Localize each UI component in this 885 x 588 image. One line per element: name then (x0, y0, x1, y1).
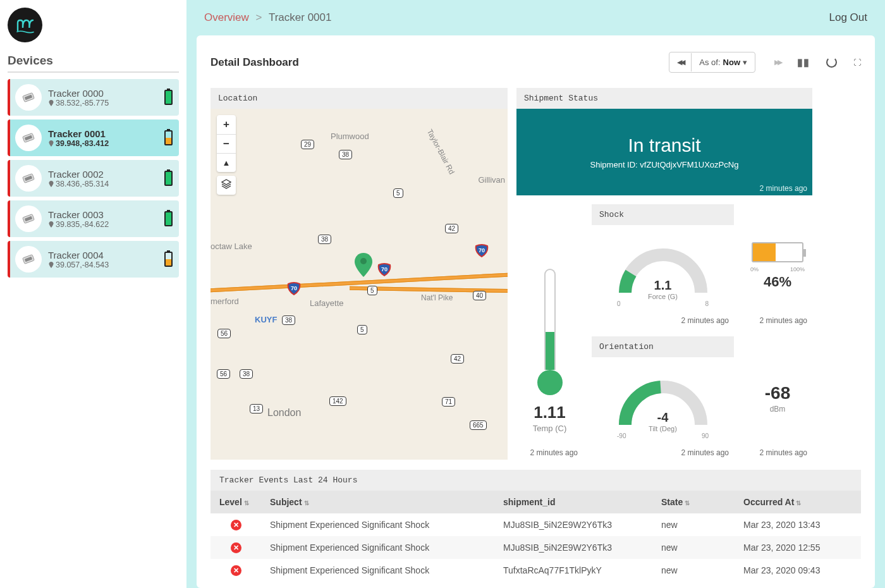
route-shield: 56 (217, 369, 230, 379)
map-label-airport: KUYF (255, 315, 277, 324)
pin-icon (48, 221, 54, 228)
temp-card: 1.11 Temp (C) 2 minutes ago (516, 204, 583, 460)
col-level[interactable]: Level⇅ (211, 491, 261, 513)
error-icon: ✕ (231, 542, 241, 553)
signal-card: -68 dBm 2 minutes ago (743, 336, 812, 460)
route-shield: 665 (470, 420, 487, 430)
map-north-button[interactable]: ▲ (217, 153, 236, 172)
status-sub-label: Shipment ID: (590, 160, 638, 169)
tracker-icon (15, 125, 42, 151)
event-occurred: Mar 23, 2020 09:43 (735, 559, 861, 582)
signal-value: -68 (765, 383, 790, 403)
device-name: Tracker 0004 (48, 250, 164, 260)
status-card: Shipment Status In transit Shipment ID: … (516, 88, 812, 195)
sidebar: Devices Tracker 0000 38.532,-85.775 Trac… (0, 0, 186, 588)
pause-icon[interactable]: ▮▮ (797, 56, 810, 68)
events-table: Level⇅ Subject⇅ shipment_id State⇅ Occur… (211, 491, 861, 582)
event-shipment-id: MJu8SIB_5iN2E9W2Y6Tk3 (494, 536, 652, 559)
route-shield: 38 (339, 150, 352, 159)
signal-body: -68 dBm 2 minutes ago (743, 336, 812, 460)
logo-icon (15, 15, 35, 35)
sort-icon: ⇅ (304, 499, 309, 506)
route-shield: 5 (367, 286, 377, 295)
asof-label: As of: (699, 58, 720, 67)
battery-body: 0% 100% 46% 2 minutes ago (743, 204, 812, 328)
battery-icon (164, 171, 173, 186)
orientation-header: Orientation (592, 336, 734, 357)
tracker-icon (15, 246, 42, 273)
breadcrumb-overview-link[interactable]: Overview (204, 11, 249, 23)
error-icon: ✕ (231, 520, 241, 530)
app-logo (8, 8, 42, 42)
map-town-label: merford (211, 297, 239, 306)
interstate-shield-icon: 70 (287, 281, 301, 295)
sidebar-device-item[interactable]: Tracker 0003 39.835,-84.622 (8, 200, 179, 237)
orientation-value: -4 (657, 410, 669, 425)
table-row[interactable]: ✕ Shipment Experienced Significant Shock… (211, 536, 861, 559)
route-shield: 38 (318, 235, 331, 244)
temp-body: 1.11 Temp (C) 2 minutes ago (516, 204, 583, 460)
topbar: Overview > Tracker 0001 Log Out (186, 0, 885, 35)
table-row[interactable]: ✕ Shipment Experienced Significant Shock… (211, 513, 861, 536)
col-state[interactable]: State⇅ (652, 491, 735, 513)
dashboard-header: Detail Dashboard ◀◀ As of: Now ▾ ▶▶ ▮▮ ⛶ (211, 52, 861, 73)
time-prev-button[interactable]: ◀◀ (669, 53, 692, 71)
col-shipment[interactable]: shipment_id (494, 491, 652, 513)
orientation-min: -90 (617, 432, 626, 439)
route-shield: 42 (445, 224, 458, 233)
shock-max: 8 (705, 300, 709, 307)
tracker-icon (15, 165, 42, 192)
map[interactable]: Plumwood Gillivan Lafayette London octaw… (211, 109, 508, 460)
device-name: Tracker 0002 (48, 169, 164, 180)
svg-text:70: 70 (291, 285, 297, 291)
time-asof-button[interactable]: As of: Now ▾ (692, 52, 755, 72)
sidebar-device-item[interactable]: Tracker 0000 38.532,-85.775 (8, 79, 179, 116)
route-shield: 5 (393, 188, 403, 198)
refresh-spinner-icon[interactable] (826, 57, 837, 68)
asof-value: Now (723, 58, 740, 67)
fullscreen-icon[interactable]: ⛶ (853, 58, 861, 67)
event-subject: Shipment Experienced Significant Shock (261, 559, 494, 582)
map-layers-button[interactable] (217, 176, 236, 195)
svg-text:70: 70 (381, 266, 388, 273)
battery-pct: 46% (764, 274, 791, 290)
route-shield: 40 (473, 291, 486, 300)
sidebar-device-item[interactable]: Tracker 0002 38.436,-85.314 (8, 160, 179, 197)
location-header: Location (211, 88, 508, 109)
rewind-icon: ◀◀ (677, 58, 683, 66)
pin-icon (48, 100, 54, 106)
map-zoom-out-button[interactable]: − (217, 134, 236, 153)
route-shield: 56 (217, 329, 231, 338)
temp-value: 1.11 (534, 403, 566, 422)
route-shield: 71 (442, 397, 455, 407)
time-next-button[interactable]: ▶▶ (774, 58, 781, 66)
status-subtitle: Shipment ID: vfZUtQdjxVFM1UXozPcNg (590, 160, 739, 169)
sidebar-device-item[interactable]: Tracker 0001 39.948,-83.412 (8, 119, 179, 156)
col-subject[interactable]: Subject⇅ (261, 491, 494, 513)
dashboard-title: Detail Dashboard (211, 56, 299, 69)
event-state: new (652, 536, 735, 559)
table-header-row: Level⇅ Subject⇅ shipment_id State⇅ Occur… (211, 491, 861, 513)
col-occurred[interactable]: Occurred At⇅ (735, 491, 861, 513)
device-name: Tracker 0000 (48, 88, 164, 99)
shock-body: 1.1 Force (G) 0 8 2 minutes ago (592, 225, 734, 328)
route-shield: 5 (357, 325, 367, 334)
status-header: Shipment Status (516, 88, 812, 109)
logout-link[interactable]: Log Out (829, 11, 868, 24)
event-state: new (652, 559, 735, 582)
device-location: 39.057,-84.543 (48, 260, 164, 269)
status-shipment-id: vfZUtQdjxVFM1UXozPcNg (640, 160, 738, 169)
sidebar-device-item[interactable]: Tracker 0004 39.057,-84.543 (8, 241, 179, 278)
shock-header: Shock (592, 204, 734, 225)
device-location: 39.835,-84.622 (48, 220, 164, 229)
table-row[interactable]: ✕ Shipment Experienced Significant Shock… (211, 559, 861, 582)
pin-icon (48, 140, 54, 147)
sort-icon: ⇅ (796, 499, 801, 506)
battery-timestamp: 2 minutes ago (760, 316, 807, 325)
battery-icon (164, 130, 173, 145)
route-shield: 38 (240, 369, 253, 379)
events-header: Tracker Events Last 24 Hours (211, 470, 861, 491)
map-zoom-in-button[interactable]: + (217, 115, 236, 134)
orientation-max: 90 (702, 432, 709, 439)
route-shield: 13 (250, 404, 263, 413)
